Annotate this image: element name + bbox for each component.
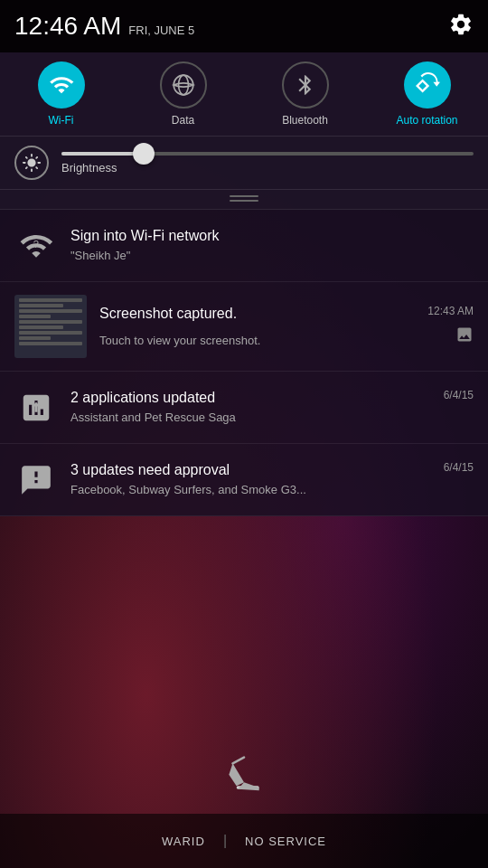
brightness-slider-fill xyxy=(61,152,144,156)
bluetooth-icon-circle xyxy=(282,61,329,108)
toggle-wifi[interactable]: Wi-Fi xyxy=(0,61,122,127)
svg-line-4 xyxy=(233,758,245,764)
data-icon-circle xyxy=(160,61,207,108)
toggle-bluetooth[interactable]: Bluetooth xyxy=(244,61,366,127)
carrier-divider: | xyxy=(223,833,227,849)
notif-time-updates: 6/4/15 xyxy=(444,461,474,474)
sweep-icon xyxy=(221,756,267,805)
notif-content-apps: 2 applications updated 6/4/15 Assistant … xyxy=(70,389,474,426)
status-bar: 12:46 AM FRI, JUNE 5 xyxy=(0,0,488,52)
wifi-icon-circle xyxy=(38,61,85,108)
date-display: FRI, JUNE 5 xyxy=(128,24,194,37)
notification-screenshot[interactable]: Screenshot captured. 12:43 AM Touch to v… xyxy=(0,282,488,372)
wifi-question-icon: ? xyxy=(14,224,58,268)
handle-lines-icon xyxy=(230,195,258,202)
time-display: 12:46 AM xyxy=(14,12,121,41)
notif-title-screenshot: Screenshot captured. xyxy=(99,305,420,324)
notification-apps-updated[interactable]: 2 applications updated 6/4/15 Assistant … xyxy=(0,372,488,444)
updates-approval-icon xyxy=(14,458,58,502)
rotation-icon-circle xyxy=(404,61,451,108)
notif-body-screenshot: Touch to view your screenshot. xyxy=(99,334,260,349)
toggle-data[interactable]: Data xyxy=(122,61,244,127)
svg-point-0 xyxy=(174,75,193,95)
notif-content-wifi: Sign into Wi-Fi network "Sheikh Je" xyxy=(70,227,474,264)
notif-time-apps: 6/4/15 xyxy=(444,389,474,401)
bluetooth-toggle-label: Bluetooth xyxy=(282,114,328,127)
data-toggle-label: Data xyxy=(172,114,194,127)
image-icon xyxy=(455,326,474,348)
carrier2-label: NO SERVICE xyxy=(245,835,326,848)
bottom-bar: WARID | NO SERVICE xyxy=(0,814,488,868)
notification-wifi-sign-in[interactable]: ? Sign into Wi-Fi network "Sheikh Je" xyxy=(0,210,488,282)
rotation-toggle-label: Auto rotation xyxy=(396,114,457,127)
notif-title-wifi: Sign into Wi-Fi network xyxy=(70,227,474,246)
notification-updates-approval[interactable]: 3 updates need approval 6/4/15 Facebook,… xyxy=(0,444,488,516)
notif-title-apps: 2 applications updated xyxy=(70,389,436,408)
sweep-area xyxy=(0,738,488,814)
brightness-row: Brightness xyxy=(0,137,488,190)
brightness-icon xyxy=(14,146,49,180)
notif-title-updates: 3 updates need approval xyxy=(70,461,436,480)
empty-space xyxy=(0,516,488,738)
svg-point-1 xyxy=(178,75,188,95)
expand-handle[interactable] xyxy=(0,190,488,210)
notif-body-wifi: "Sheikh Je" xyxy=(70,249,474,264)
quick-toggles-bar: Wi-Fi Data Bluetooth xyxy=(0,52,488,137)
notif-content-updates: 3 updates need approval 6/4/15 Facebook,… xyxy=(70,461,474,498)
brightness-slider-container[interactable]: Brightness xyxy=(61,152,474,175)
carrier1-label: WARID xyxy=(162,835,205,848)
toggle-auto-rotation[interactable]: Auto rotation xyxy=(366,61,488,127)
svg-text:?: ? xyxy=(33,238,39,249)
settings-icon[interactable] xyxy=(448,12,474,41)
brightness-label: Brightness xyxy=(61,161,474,175)
notif-time-screenshot: 12:43 AM xyxy=(427,305,474,317)
notif-body-updates: Facebook, Subway Surfers, and Smoke G3..… xyxy=(70,483,474,498)
apps-updated-icon xyxy=(14,386,58,429)
notifications-list: ? Sign into Wi-Fi network "Sheikh Je" xyxy=(0,210,488,516)
notif-content-screenshot: Screenshot captured. 12:43 AM Touch to v… xyxy=(99,305,474,349)
screenshot-thumbnail xyxy=(14,295,87,358)
wifi-toggle-label: Wi-Fi xyxy=(49,114,74,127)
brightness-slider-thumb[interactable] xyxy=(133,143,155,165)
brightness-slider-track[interactable] xyxy=(61,152,474,156)
notif-body-apps: Assistant and Pet Rescue Saga xyxy=(70,410,474,426)
